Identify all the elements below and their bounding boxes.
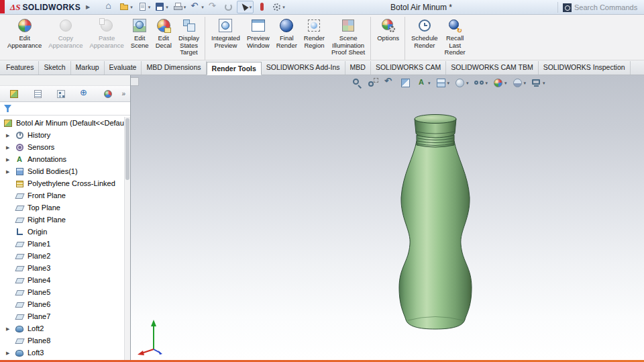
preview-window-button[interactable]: Preview Window: [244, 17, 273, 60]
hud-button[interactable]: ▾: [531, 77, 545, 89]
toolbar-button[interactable]: ▾: [136, 1, 152, 13]
command-tab[interactable]: Markup: [71, 61, 105, 75]
dropdown-caret-icon[interactable]: ▾: [148, 5, 151, 10]
edit-appearance-button[interactable]: Edit Appearance: [4, 17, 45, 60]
tree-item[interactable]: ▶ Front Plane: [0, 189, 130, 201]
tree-item[interactable]: ▶ Annotations: [0, 153, 130, 165]
dropdown-caret-icon[interactable]: ▾: [524, 81, 527, 86]
tree-item[interactable]: ▶ Plane2: [0, 250, 130, 262]
toolbar-button[interactable]: ▾: [237, 1, 254, 13]
hud-button[interactable]: ▾: [384, 77, 395, 89]
toolbar-button[interactable]: ▾: [222, 1, 235, 13]
tree-item[interactable]: ▶ Plane3: [0, 262, 130, 274]
hud-button[interactable]: ▾: [492, 77, 507, 89]
command-tab[interactable]: Features: [1, 61, 39, 75]
command-tab[interactable]: SOLIDWORKS CAM TBM: [446, 61, 538, 75]
panel-tab[interactable]: [54, 87, 68, 101]
tree-item[interactable]: ▶ Plane5: [0, 286, 130, 298]
dropdown-caret-icon[interactable]: ▾: [447, 81, 450, 86]
tree-item[interactable]: ▶ Solid Bodies(1): [0, 165, 130, 177]
recall-last-render-button[interactable]: Recall Last Render: [441, 17, 469, 60]
final-render-button[interactable]: Final Render: [273, 17, 301, 60]
tree-item[interactable]: ▶ Loft3: [0, 347, 130, 359]
panel-tab[interactable]: [78, 87, 91, 101]
hud-button[interactable]: ▾: [512, 77, 527, 89]
bottle-body[interactable]: [399, 141, 472, 329]
bottle-model[interactable]: [392, 113, 479, 332]
dropdown-caret-icon[interactable]: ▾: [166, 5, 168, 10]
expand-arrow-icon[interactable]: ▶: [6, 157, 15, 162]
command-tab[interactable]: Render Tools: [207, 62, 262, 75]
dropdown-caret-icon[interactable]: ▾: [466, 81, 469, 86]
hud-button[interactable]: ▾: [474, 77, 488, 89]
search-icon[interactable]: [563, 3, 572, 12]
tree-item[interactable]: ▶ Loft2: [0, 322, 130, 334]
tree-item[interactable]: ▶ Plane1: [0, 238, 130, 250]
search-commands-input[interactable]: [574, 3, 641, 11]
panel-tab[interactable]: [7, 87, 21, 101]
panel-tab[interactable]: [101, 87, 115, 101]
panel-tabs-overflow-icon[interactable]: »: [119, 90, 127, 97]
hud-button[interactable]: ▾: [352, 77, 363, 89]
toolbar-button[interactable]: ▾: [103, 1, 116, 13]
tree-item[interactable]: ▶ Polyethylene Cross-Linked: [0, 177, 130, 189]
toolbar-button[interactable]: ▾: [270, 1, 286, 13]
tree-item[interactable]: ▶ Origin: [0, 226, 130, 238]
command-tab[interactable]: SOLIDWORKS CAM: [371, 61, 446, 75]
expand-arrow-icon[interactable]: ▶: [6, 351, 15, 355]
command-tab[interactable]: MBD Dimensions: [142, 61, 206, 75]
hud-button[interactable]: ▾: [454, 77, 469, 89]
edit-decal-button[interactable]: Edit Decal: [152, 17, 175, 60]
toolbar-button[interactable]: ▾: [207, 1, 220, 13]
hud-button[interactable]: ▾: [435, 77, 450, 89]
panel-tab[interactable]: [31, 87, 44, 101]
dropdown-caret-icon[interactable]: ▾: [428, 81, 431, 86]
tree-item[interactable]: ▶ Plane4: [0, 274, 130, 286]
tree-scrollbar[interactable]: [124, 117, 130, 360]
tree-item[interactable]: ▶ History: [0, 129, 130, 141]
options-button[interactable]: Options: [370, 17, 402, 60]
toolbar-button[interactable]: ▾: [154, 1, 170, 13]
scene-illumination-proof-sheet-button[interactable]: Scene Illumination Proof Sheet: [328, 17, 368, 60]
hud-button[interactable]: ▾: [400, 77, 411, 89]
expand-arrow-icon[interactable]: ▶: [6, 169, 15, 174]
dropdown-caret-icon[interactable]: ▾: [201, 5, 204, 10]
tree-filter-bar[interactable]: [0, 102, 130, 116]
hud-button[interactable]: ▾: [368, 77, 379, 89]
panel-resize-handle[interactable]: [131, 77, 139, 86]
render-region-button[interactable]: Render Region: [301, 17, 328, 60]
tree-item[interactable]: ▶ Plane7: [0, 310, 130, 322]
dropdown-caret-icon[interactable]: ▾: [184, 5, 186, 10]
schedule-render-button[interactable]: Schedule Render: [405, 17, 441, 60]
tree-item[interactable]: ▶ Botol Air Minum (Default<<Defau: [0, 117, 130, 129]
edit-scene-button[interactable]: Edit Scene: [127, 17, 152, 60]
command-tab[interactable]: SOLIDWORKS Inspection: [539, 61, 631, 75]
tree-item[interactable]: ▶ Plane6: [0, 298, 130, 310]
display-states-target-button[interactable]: Display States Target: [175, 17, 203, 60]
toolbar-button[interactable]: ▾: [172, 1, 188, 13]
hud-button[interactable]: ▾: [416, 77, 431, 89]
dropdown-caret-icon[interactable]: ▾: [250, 5, 252, 10]
dropdown-caret-icon[interactable]: ▾: [282, 5, 285, 10]
toolbar-button[interactable]: ▾: [189, 1, 205, 13]
command-tab[interactable]: SOLIDWORKS Add-Ins: [262, 61, 345, 75]
toolbar-button[interactable]: ▾: [118, 1, 134, 13]
expand-arrow-icon[interactable]: ▶: [6, 145, 15, 150]
integrated-preview-button[interactable]: Integrated Preview: [205, 17, 244, 60]
tree-item[interactable]: ▶ Plane8: [0, 334, 130, 347]
copy-appearance-button[interactable]: Copy Appearance: [45, 17, 86, 60]
command-tab[interactable]: Evaluate: [105, 61, 142, 75]
tree-item[interactable]: ▶ Right Plane: [0, 214, 130, 226]
command-tab[interactable]: Sketch: [39, 61, 70, 75]
scrollbar-thumb[interactable]: [125, 118, 129, 180]
dropdown-caret-icon[interactable]: ▾: [130, 5, 133, 10]
command-tab[interactable]: MBD: [345, 61, 371, 75]
toolbar-button[interactable]: ▾: [256, 1, 268, 13]
paste-appearance-button[interactable]: Paste Appearance: [86, 17, 127, 60]
tree-item[interactable]: ▶ Sensors: [0, 141, 130, 153]
expand-arrow-icon[interactable]: ▶: [6, 326, 15, 331]
dropdown-caret-icon[interactable]: ▾: [504, 81, 507, 86]
expand-arrow-icon[interactable]: ▶: [6, 133, 15, 138]
tree-item[interactable]: ▶ Top Plane: [0, 201, 130, 214]
dropdown-caret-icon[interactable]: ▾: [543, 81, 545, 86]
